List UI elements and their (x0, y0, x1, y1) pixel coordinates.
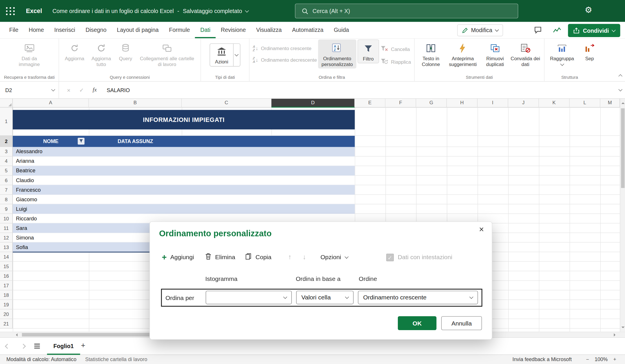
comments-button[interactable] (534, 26, 542, 36)
filter-button[interactable]: Filtro (358, 39, 379, 63)
move-up-button[interactable]: ↑ (288, 253, 292, 261)
order-dropdown[interactable]: Ordinamento crescente (358, 291, 478, 304)
tab-file[interactable]: File (4, 22, 23, 38)
zoom-out-icon[interactable]: − (586, 356, 589, 363)
tab-home[interactable]: Home (23, 22, 49, 38)
tab-layout[interactable]: Layout di pagina (112, 22, 164, 38)
app-launcher-icon[interactable] (6, 7, 15, 15)
column-header-h[interactable]: H (447, 99, 478, 107)
zoom-in-icon[interactable]: + (613, 356, 616, 363)
tab-revisione[interactable]: Revisione (216, 22, 251, 38)
zoom-level[interactable]: 100% (595, 356, 608, 363)
mode-switch-button[interactable]: Modifica (457, 24, 503, 36)
column-header-m[interactable]: M (600, 99, 620, 107)
row-header-1[interactable]: 1 (0, 107, 13, 136)
collapse-ribbon-button[interactable] (619, 72, 622, 79)
search-input[interactable]: Cerca (Alt + X) (295, 3, 518, 18)
query-button[interactable]: Query (116, 39, 136, 63)
group-rows-button[interactable]: Raggruppa (548, 39, 576, 66)
row-header-18[interactable]: 18 (0, 290, 13, 300)
column-header-i[interactable]: I (478, 99, 508, 107)
remove-duplicates-button[interactable]: Rimuovi duplicati (482, 39, 509, 68)
custom-sort-button[interactable]: AZ Ordinamento personalizzato (318, 39, 356, 68)
next-sheet-arrow[interactable] (21, 344, 26, 349)
row-header-10[interactable]: 10 (0, 214, 13, 224)
settings-gear-icon[interactable]: ⚙ (585, 5, 592, 15)
document-title[interactable]: Come ordinare i dati in un foglio di cal… (52, 8, 248, 14)
column-header-g[interactable]: G (416, 99, 447, 107)
cancel-entry-icon[interactable]: × (67, 87, 70, 93)
tab-automatizza[interactable]: Automatizza (287, 22, 329, 38)
column-header-a[interactable]: A (13, 99, 89, 107)
row-header-8[interactable]: 8 (0, 195, 13, 204)
ok-button[interactable]: OK (398, 316, 436, 330)
data-from-picture-button[interactable]: Dati da immagine (12, 39, 47, 68)
send-feedback-link[interactable]: Invia feedback a Microsoft (513, 356, 572, 363)
formula-value[interactable]: SALARIO (107, 87, 130, 93)
dialog-close-button[interactable]: × (476, 225, 487, 234)
row-header-4[interactable]: 4 (0, 156, 13, 166)
sheet-tab-foglio1[interactable]: Foglio1 (47, 338, 80, 355)
column-header-f[interactable]: F (385, 99, 416, 107)
cancel-button[interactable]: Annulla (441, 316, 482, 330)
column-header-e[interactable]: E (355, 99, 385, 107)
row-header-13[interactable]: 13 (0, 243, 13, 252)
row-header-9[interactable]: 9 (0, 204, 13, 214)
expand-formula-bar-icon[interactable] (618, 87, 622, 92)
chevron-down-icon[interactable] (233, 44, 240, 66)
row-header-7[interactable]: 7 (0, 185, 13, 195)
scroll-left-arrow[interactable] (14, 333, 18, 336)
share-button[interactable]: Condividi (568, 24, 620, 37)
text-to-columns-button[interactable]: Testo in Colonne (418, 39, 444, 68)
vertical-scroll-thumb[interactable] (621, 108, 624, 188)
column-header-c[interactable]: C (182, 99, 271, 107)
column-header-l[interactable]: L (570, 99, 600, 107)
workbook-links-button[interactable]: Collegamenti alle cartelle di lavoro (137, 39, 197, 68)
column-header-d[interactable]: D (271, 99, 355, 107)
tab-guida[interactable]: Guida (329, 22, 354, 38)
scroll-up-arrow[interactable] (621, 101, 624, 104)
ungroup-button[interactable]: Sep (577, 39, 602, 63)
row-header-20[interactable]: 20 (0, 310, 13, 319)
calc-mode-status[interactable]: Modalità di calcolo: Automatico (6, 356, 76, 363)
vertical-scrollbar[interactable] (620, 99, 625, 332)
row-header-3[interactable]: 3 (0, 147, 13, 156)
row-header-16[interactable]: 16 (0, 271, 13, 281)
tab-dati[interactable]: Dati (195, 22, 216, 38)
select-all-corner[interactable] (0, 99, 13, 107)
row-header-11[interactable]: 11 (0, 224, 13, 233)
sort-ascending-button[interactable]: AZ↓ Ordinamento crescente (253, 45, 317, 52)
row-header-15[interactable]: 15 (0, 262, 13, 271)
options-button[interactable]: Opzioni (320, 254, 348, 261)
row-header-6[interactable]: 6 (0, 175, 13, 185)
tab-formule[interactable]: Formule (164, 22, 195, 38)
row-header-5[interactable]: 5 (0, 166, 13, 175)
move-down-button[interactable]: ↓ (303, 253, 306, 261)
activity-button[interactable] (553, 27, 561, 35)
sort-descending-button[interactable]: ZA↓ Ordinamento decrescente (253, 56, 317, 64)
row-header-19[interactable]: 19 (0, 300, 13, 310)
sort-on-dropdown[interactable]: Valori cella (296, 291, 354, 304)
data-validation-button[interactable]: Convalida dei dati (510, 39, 541, 68)
column-header-k[interactable]: K (539, 99, 570, 107)
tab-disegno[interactable]: Disegno (80, 22, 112, 38)
scroll-down-arrow[interactable] (621, 327, 624, 330)
row-header-21[interactable]: 21 (0, 319, 13, 329)
column-header-j[interactable]: J (508, 99, 539, 107)
reapply-filter-button[interactable]: Riapplica (380, 58, 411, 66)
row-header-12[interactable]: 12 (0, 233, 13, 243)
confirm-entry-icon[interactable]: ✓ (79, 87, 84, 93)
previous-sheet-arrow[interactable] (5, 344, 10, 349)
delete-level-button[interactable]: Elimina (205, 253, 235, 261)
scroll-right-arrow[interactable] (614, 333, 617, 336)
workbook-statistics[interactable]: Statistiche cartella di lavoro (85, 356, 147, 363)
row-header-17[interactable]: 17 (0, 281, 13, 290)
headers-checkbox[interactable]: ✓ Dati con intestazioni (386, 253, 452, 261)
row-header-14[interactable]: 14 (0, 252, 13, 262)
tab-inserisci[interactable]: Inserisci (49, 22, 80, 38)
copy-level-button[interactable]: Copia (245, 253, 271, 261)
flash-fill-button[interactable]: Anteprima suggerimenti (445, 39, 480, 68)
actions-data-type-button[interactable]: Azioni (210, 43, 240, 67)
clear-filter-button[interactable]: Cancella (380, 45, 411, 53)
filter-button[interactable] (78, 138, 84, 144)
